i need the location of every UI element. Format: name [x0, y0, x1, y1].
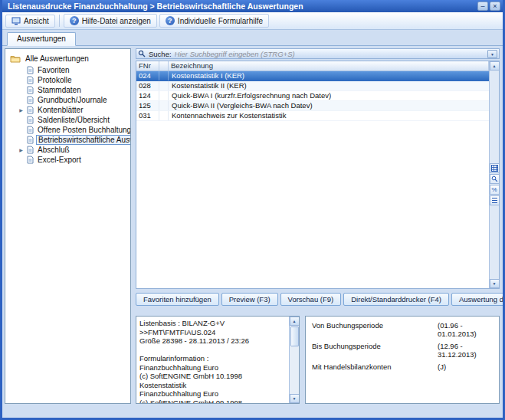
grid-view-icon[interactable]	[490, 163, 500, 173]
document-icon	[27, 156, 34, 164]
document-icon	[27, 116, 34, 124]
sidebar-item-excel-export[interactable]: Excel-Export	[5, 155, 130, 165]
sidebar-item-kontenblaetter[interactable]: ▶ Kontenblätter	[5, 105, 130, 115]
search-icon	[138, 50, 146, 57]
minimize-button[interactable]: –	[477, 2, 488, 11]
row-fnr: 028	[136, 81, 159, 90]
table-scrollbar: ▲ % ▼	[489, 61, 499, 288]
table-row[interactable]: 125 Quick-BWA II (Vergleichs-BWA nach Da…	[136, 101, 489, 111]
window-title: Listenausdrucke Finanzbuchhaltung > Betr…	[8, 2, 303, 11]
param-label: Bis Buchungsperiode	[312, 342, 438, 359]
row-fnr: 031	[136, 111, 159, 120]
tree-item-label: Stammdaten	[36, 86, 83, 94]
tree-item-label: Favoriten	[36, 66, 71, 74]
tree-item-label: Saldenliste/Übersicht	[36, 116, 111, 124]
percent-icon[interactable]: %	[490, 185, 500, 195]
preview-f3-button[interactable]: Preview (F3)	[221, 293, 278, 306]
print-report-button[interactable]: Auswertung drucken	[451, 293, 505, 306]
add-favorites-button[interactable]: Favoriten hinzufügen	[136, 293, 219, 306]
info-line: Kostenstatistik	[139, 381, 286, 390]
view-icon	[11, 17, 21, 25]
tab-auswertungen[interactable]: Auswertungen	[7, 32, 76, 46]
tree-item-label: Excel-Export	[36, 156, 83, 164]
info-scroll-thumb[interactable]	[290, 326, 299, 346]
scroll-up-button[interactable]: ▲	[490, 61, 500, 71]
form-info-panel: Listenbasis : BILANZ-G+V >>FMT\FMTFIAUS.…	[136, 316, 300, 404]
info-scroll-up-button[interactable]: ▲	[290, 317, 300, 326]
app-window: Listenausdrucke Finanzbuchhaltung > Betr…	[0, 0, 505, 420]
param-value: (12.96 - 31.12.2013)	[438, 342, 493, 359]
document-icon	[27, 96, 34, 104]
help-icon: ?	[70, 16, 79, 25]
param-label: Von Buchungsperiode	[312, 321, 438, 338]
document-icon	[27, 66, 34, 74]
vorschau-f9-button[interactable]: Vorschau (F9)	[280, 293, 342, 306]
help-file-label: Hilfe-Datei anzeigen	[82, 17, 151, 25]
param-label: Mit Handelsbilanzkonten	[312, 363, 438, 371]
sidebar-item-abschluss[interactable]: ▶ Abschluß	[5, 145, 130, 155]
document-icon	[27, 136, 34, 144]
ansicht-label: Ansicht	[24, 17, 49, 25]
expand-icon[interactable]: ▶	[18, 147, 25, 153]
form-help-button[interactable]: ? Individuelle Formularhilfe	[159, 14, 269, 28]
ansicht-button[interactable]: Ansicht	[5, 15, 55, 28]
scroll-down-button[interactable]: ▼	[490, 279, 500, 288]
info-line: >>FMT\FMTFIAUS.024	[139, 328, 286, 337]
tree-root-item[interactable]: Alle Auswertungen	[5, 53, 130, 64]
sidebar-item-grundbuch[interactable]: Grundbuch/Journale	[5, 95, 130, 105]
table-row[interactable]: 028 Kostenstatistik II (KER)	[136, 81, 489, 91]
row-name: Quick-BWA II (Vergleichs-BWA nach Datev)	[169, 101, 489, 110]
document-icon	[27, 126, 34, 134]
zoom-icon[interactable]	[490, 174, 500, 184]
document-icon	[27, 106, 34, 114]
row-name: Quick-BWA I (kurzfr.Erfolgsrechnung nach…	[169, 91, 489, 100]
param-value: (J)	[438, 363, 493, 371]
close-button[interactable]: ×	[490, 2, 500, 11]
document-icon	[27, 76, 34, 84]
toolbar-separator	[59, 15, 60, 27]
table-row[interactable]: 124 Quick-BWA I (kurzfr.Erfolgsrechnung …	[136, 91, 489, 101]
table-row[interactable]: 031 Kontennachweis zur Kostenstatistik	[136, 111, 489, 121]
sidebar-item-bwa[interactable]: Betriebswirtschaftliche Auswertungen	[5, 135, 130, 145]
sidebar-tree: Alle Auswertungen Favoriten Protokolle S…	[5, 48, 131, 404]
row-icon-cell	[159, 71, 169, 80]
row-name: Kostenstatistik I (KER)	[169, 71, 489, 80]
table-header: FNr Bezeichnung	[136, 61, 499, 71]
list-view-icon[interactable]	[490, 195, 500, 205]
row-icon-cell	[159, 101, 169, 110]
column-header-fnr[interactable]: FNr	[136, 61, 159, 71]
sidebar-item-favoriten[interactable]: Favoriten	[5, 65, 130, 75]
sidebar-item-offene-posten[interactable]: Offene Posten Buchhaltung	[5, 125, 130, 135]
info-line: Formularinformation :	[139, 354, 286, 363]
column-header-bezeichnung[interactable]: Bezeichnung	[169, 61, 489, 71]
document-icon	[27, 86, 34, 94]
sidebar-item-stammdaten[interactable]: Stammdaten	[5, 85, 130, 95]
tree-root-label: Alle Auswertungen	[24, 54, 90, 63]
search-dropdown-button[interactable]: ▼	[487, 50, 497, 58]
sidebar-item-protokolle[interactable]: Protokolle	[5, 75, 130, 85]
folder-icon	[10, 54, 21, 63]
info-line: Größe 28398 - 28.11.2013 / 23:26	[139, 336, 286, 346]
report-table: FNr Bezeichnung 024 Kostenstatistik I (K…	[136, 61, 500, 289]
row-name: Kontennachweis zur Kostenstatistik	[169, 111, 489, 120]
row-fnr: 125	[136, 101, 159, 110]
action-button-row: Favoriten hinzufügen Preview (F3) Vorsch…	[136, 293, 500, 306]
search-input[interactable]	[175, 50, 484, 58]
param-value: (01.96 - 01.01.2013)	[438, 321, 493, 338]
info-line: (c) SoftENGINE GmbH 09.1998	[139, 399, 286, 405]
table-row[interactable]: 024 Kostenstatistik I (KER)	[136, 71, 489, 81]
search-bar: Suche: ▼	[136, 48, 500, 59]
form-info-text: Listenbasis : BILANZ-G+V >>FMT\FMTFIAUS.…	[136, 317, 289, 403]
tree-item-label: Protokolle	[36, 76, 73, 84]
expand-icon[interactable]: ▶	[18, 107, 25, 113]
tree-item-label: Grundbuch/Journale	[36, 96, 109, 104]
tree-item-label: Offene Posten Buchhaltung	[36, 126, 131, 134]
sidebar-item-saldenliste[interactable]: Saldenliste/Übersicht	[5, 115, 130, 125]
row-icon-cell	[159, 91, 169, 100]
direct-print-f4-button[interactable]: Direkt/Standarddrucker (F4)	[343, 293, 449, 306]
column-header-icon[interactable]	[159, 61, 169, 71]
help-file-button[interactable]: ? Hilfe-Datei anzeigen	[64, 14, 157, 28]
info-scroll-down-button[interactable]: ▼	[290, 394, 300, 403]
param-row: Bis Buchungsperiode (12.96 - 31.12.2013)	[312, 342, 493, 359]
row-name: Kostenstatistik II (KER)	[169, 81, 489, 90]
